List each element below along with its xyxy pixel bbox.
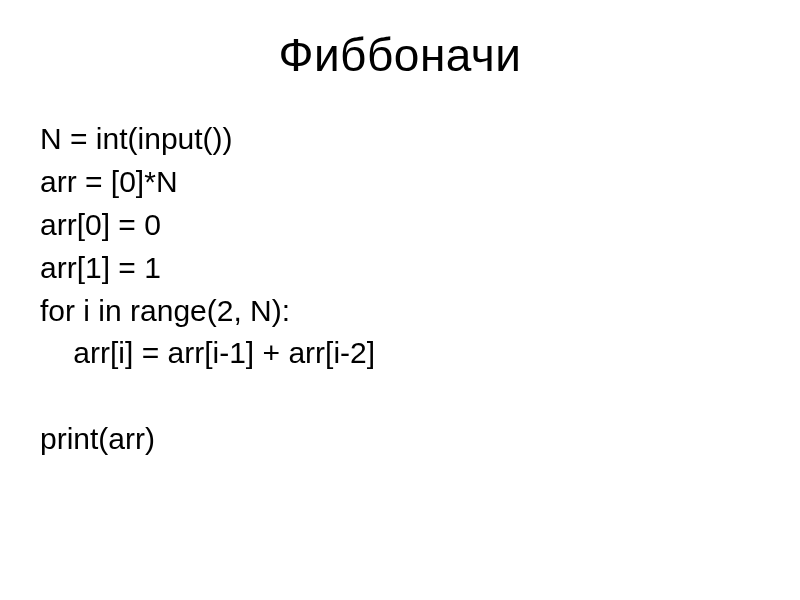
- code-line: print(arr): [40, 418, 760, 461]
- code-line: for i in range(2, N):: [40, 290, 760, 333]
- slide-container: Фиббоначи N = int(input()) arr = [0]*N a…: [0, 0, 800, 600]
- blank-line: [40, 375, 760, 418]
- code-line: arr[0] = 0: [40, 204, 760, 247]
- slide-title: Фиббоначи: [40, 28, 760, 82]
- code-line: arr[1] = 1: [40, 247, 760, 290]
- code-line: N = int(input()): [40, 118, 760, 161]
- code-line: arr = [0]*N: [40, 161, 760, 204]
- code-line: arr[i] = arr[i-1] + arr[i-2]: [40, 332, 760, 375]
- code-block: N = int(input()) arr = [0]*N arr[0] = 0 …: [40, 118, 760, 461]
